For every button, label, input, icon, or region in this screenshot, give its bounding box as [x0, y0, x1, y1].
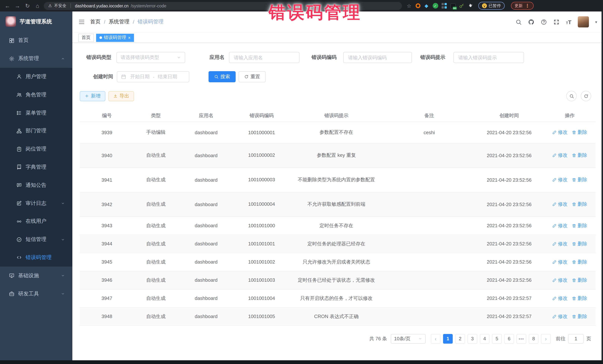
- edit-link-label: 修改: [558, 240, 568, 247]
- sidebar-item-infra[interactable]: 基础设施: [0, 267, 72, 285]
- refresh-table-button[interactable]: [581, 91, 591, 101]
- page-button-8[interactable]: 8: [529, 334, 538, 343]
- browser-forward-icon[interactable]: →: [14, 0, 21, 11]
- browser-refresh-icon[interactable]: ↻: [24, 0, 31, 11]
- browser-menu-icon[interactable]: ⋮: [525, 3, 530, 9]
- page-size-select[interactable]: 10条/页: [391, 334, 426, 343]
- tab-home[interactable]: 首页: [78, 33, 94, 42]
- cell-app: dashboard: [178, 217, 234, 235]
- search-button[interactable]: 搜索: [209, 71, 236, 82]
- prev-page-button[interactable]: ‹: [431, 334, 441, 343]
- sidebar-item-user[interactable]: 用户管理: [0, 68, 72, 86]
- extension-icon-key[interactable]: [459, 3, 464, 8]
- delete-link[interactable]: 删除: [572, 259, 587, 265]
- search-icon[interactable]: [516, 19, 522, 25]
- help-icon[interactable]: [541, 19, 547, 25]
- extension-icon-gem[interactable]: ◆: [424, 3, 429, 9]
- error-msg-input[interactable]: [453, 52, 524, 63]
- avatar-caret-down-icon[interactable]: ▾: [595, 20, 597, 24]
- sidebar-item-notice[interactable]: 通知公告: [0, 176, 72, 194]
- page-button-4[interactable]: 4: [480, 334, 489, 343]
- edit-link[interactable]: 修改: [552, 176, 568, 183]
- reset-button[interactable]: 重置: [239, 71, 266, 82]
- breadcrumb-system[interactable]: 系统管理: [109, 19, 129, 25]
- page-more-button[interactable]: •••: [517, 334, 526, 343]
- dashboard-icon: [9, 38, 14, 43]
- sidebar-item-menu[interactable]: 菜单管理: [0, 104, 72, 122]
- edit-link[interactable]: 修改: [552, 295, 568, 302]
- profile-paused-pill[interactable]: 已暂停: [478, 2, 504, 10]
- edit-link-label: 修改: [558, 277, 568, 283]
- extension-icon-orange[interactable]: [416, 3, 420, 8]
- date-range-picker[interactable]: 开始日期 - 结束日期: [117, 71, 189, 82]
- sidebar-item-role[interactable]: 角色管理: [0, 86, 72, 104]
- edit-link[interactable]: 修改: [552, 313, 568, 320]
- page-button-1[interactable]: 1: [443, 334, 453, 343]
- sidebar-item-home[interactable]: 首页: [0, 32, 72, 50]
- sidebar-item-post[interactable]: 岗位管理: [0, 140, 72, 158]
- sidebar-item-dept[interactable]: 部门管理: [0, 122, 72, 140]
- page-button-5[interactable]: 5: [492, 334, 502, 343]
- sidebar-item-label: 角色管理: [26, 92, 72, 98]
- page-button-6[interactable]: 6: [504, 334, 514, 343]
- page-button-3[interactable]: 3: [468, 334, 477, 343]
- browser-back-icon[interactable]: ←: [4, 0, 11, 11]
- sidebar-item-sms[interactable]: 短信管理: [0, 231, 72, 249]
- edit-link[interactable]: 修改: [552, 240, 568, 247]
- chrome-update-button[interactable]: 更新 ⋮: [511, 2, 533, 10]
- delete-link[interactable]: 删除: [572, 295, 587, 302]
- edit-link[interactable]: 修改: [552, 152, 568, 159]
- sidebar-item-dict[interactable]: 字典管理: [0, 158, 72, 176]
- delete-link[interactable]: 删除: [572, 313, 587, 320]
- delete-link[interactable]: 删除: [572, 201, 587, 208]
- browser-home-icon[interactable]: ⌂: [34, 0, 41, 11]
- page-button-2[interactable]: 2: [455, 334, 465, 343]
- bookmark-star-icon[interactable]: ☆: [407, 3, 411, 9]
- delete-link[interactable]: 删除: [572, 222, 587, 229]
- cell-id: 3941: [80, 167, 134, 192]
- edit-link[interactable]: 修改: [552, 129, 568, 136]
- error-code-input[interactable]: [343, 52, 412, 63]
- edit-link[interactable]: 修改: [552, 222, 568, 229]
- github-icon[interactable]: [528, 19, 534, 25]
- delete-link[interactable]: 删除: [572, 129, 587, 136]
- next-page-button[interactable]: ›: [541, 334, 551, 343]
- delete-link[interactable]: 删除: [572, 277, 587, 283]
- app-name-input[interactable]: [229, 52, 300, 63]
- delete-link[interactable]: 删除: [572, 152, 587, 159]
- delete-link[interactable]: 删除: [572, 240, 587, 247]
- edit-link[interactable]: 修改: [552, 201, 568, 208]
- export-button[interactable]: 导出: [108, 91, 134, 101]
- plus-icon: [85, 94, 89, 98]
- extension-icon-green-check[interactable]: ✓: [432, 3, 438, 9]
- extension-icon-on-badge[interactable]: on: [450, 3, 455, 8]
- error-code-table: 编号类型应用名错误码编码错误码提示备注创建时间操作 3939手动编辑dashbo…: [80, 110, 596, 326]
- hamburger-icon[interactable]: [78, 19, 85, 25]
- edit-link[interactable]: 修改: [552, 259, 568, 265]
- tab-error-code[interactable]: 错误码管理 ×: [96, 33, 134, 42]
- cell-actions: 修改删除: [544, 307, 596, 325]
- extensions-puzzle-icon[interactable]: [467, 3, 473, 8]
- sidebar-item-devtools[interactable]: 研发工具: [0, 285, 72, 303]
- add-button[interactable]: 新增: [80, 91, 105, 101]
- breadcrumb-home[interactable]: 首页: [90, 19, 101, 25]
- sidebar-item-audit[interactable]: 审计日志: [0, 194, 72, 212]
- fullscreen-icon[interactable]: [554, 19, 560, 25]
- table-row: 3948自动生成dashboard1001001005CRON 表达式不正确20…: [80, 307, 596, 325]
- cell-type: 自动生成: [134, 192, 178, 217]
- delete-link[interactable]: 删除: [572, 176, 587, 183]
- font-size-icon[interactable]: TT: [566, 19, 571, 25]
- sidebar-item-online[interactable]: 在线用户: [0, 212, 72, 231]
- tab-close-icon[interactable]: ×: [128, 35, 131, 40]
- sidebar-item-errcode[interactable]: 错误码管理: [0, 249, 72, 267]
- toggle-search-button[interactable]: [566, 91, 577, 101]
- edit-link[interactable]: 修改: [552, 277, 568, 283]
- extension-icon-grid[interactable]: [441, 3, 447, 9]
- goto-page-input[interactable]: [568, 334, 584, 343]
- logo-row[interactable]: 芋道管理系统: [0, 11, 72, 32]
- sidebar-item-system[interactable]: 系统管理: [0, 50, 72, 68]
- badge-icon: [16, 146, 22, 152]
- user-avatar[interactable]: [578, 16, 589, 27]
- error-type-select[interactable]: 请选择错误码类型: [116, 52, 185, 63]
- delete-link-label: 删除: [578, 313, 587, 320]
